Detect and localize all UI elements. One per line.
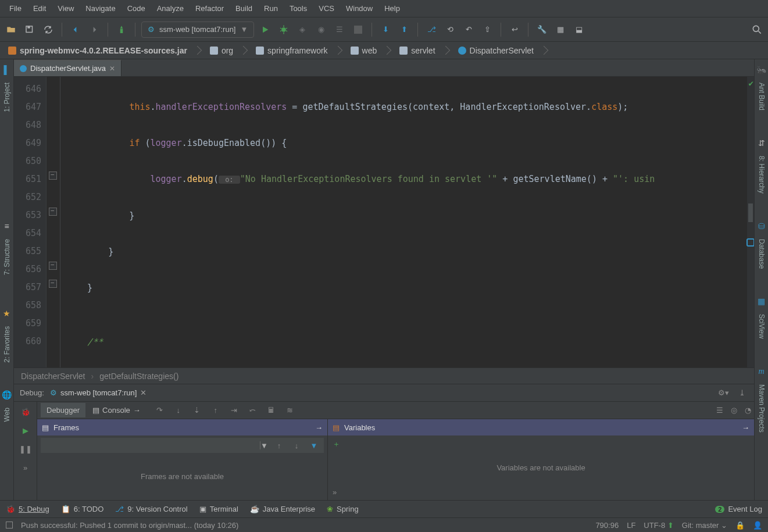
sciview-icon[interactable]: ▦	[757, 297, 766, 306]
resume-icon[interactable]: ▶	[19, 424, 32, 437]
crumb-method-name[interactable]: getDefaultStrategies()	[99, 372, 178, 381]
menu-navigate[interactable]: Navigate	[81, 2, 120, 15]
sdk-icon[interactable]: ⬓	[571, 22, 587, 37]
coverage-icon[interactable]: ◈	[295, 22, 310, 37]
memory-icon[interactable]: ◎	[727, 404, 740, 417]
step-out-icon[interactable]: ↑	[209, 404, 222, 417]
tool-maven[interactable]: Maven Projects	[758, 384, 766, 433]
web-icon[interactable]: 🌐	[2, 390, 12, 399]
step-over-icon[interactable]: ↷	[153, 404, 166, 417]
crumb-class[interactable]: DispatcherServlet	[453, 44, 552, 57]
overhead-icon[interactable]: ◔	[741, 404, 754, 417]
vcs-commit-icon[interactable]: ⬆	[396, 22, 412, 37]
more-icon[interactable]: »	[333, 488, 337, 497]
debug-button[interactable]	[276, 22, 291, 37]
history-icon[interactable]: ⟲	[442, 22, 458, 37]
bottom-vcs[interactable]: ⎇9: Version Control	[115, 505, 187, 513]
menu-window[interactable]: Window	[341, 2, 377, 15]
debugger-tab[interactable]: Debugger	[41, 403, 85, 417]
profile-icon[interactable]: ◉	[313, 22, 328, 37]
fold-marker[interactable]	[49, 172, 57, 180]
fold-marker[interactable]	[49, 208, 57, 216]
settings-icon[interactable]: 🔧	[534, 22, 549, 37]
prev-frame-icon[interactable]: ↑	[273, 439, 285, 452]
run-to-cursor-icon[interactable]: ⇥	[228, 404, 241, 417]
hierarchy-icon[interactable]: ⇵	[757, 138, 766, 148]
build-icon[interactable]	[114, 22, 129, 37]
git-branch[interactable]: Git: master ⌄	[682, 521, 727, 530]
menu-tools[interactable]: Tools	[285, 2, 312, 15]
scroll-marker[interactable]	[748, 203, 753, 222]
crumb-pkg-springframework[interactable]: springframework	[251, 44, 345, 57]
crumb-pkg-web[interactable]: web	[346, 44, 395, 57]
run-config-selector[interactable]: ⚙ ssm-web [tomcat7:run] ▼	[141, 22, 254, 38]
forward-icon[interactable]	[87, 22, 102, 37]
search-everywhere-icon[interactable]	[749, 22, 765, 37]
menu-run[interactable]: Run	[259, 2, 283, 15]
revert-icon[interactable]: ↶	[461, 22, 476, 37]
crumb-class-name[interactable]: DispatcherServlet	[21, 372, 85, 381]
restore-layout-icon[interactable]: →	[315, 423, 323, 432]
more-icon[interactable]: »	[19, 461, 32, 474]
line-separator[interactable]: LF	[627, 521, 635, 530]
menu-edit[interactable]: Edit	[28, 2, 51, 15]
bottom-jee[interactable]: ☕Java Enterprise	[250, 505, 315, 513]
rerun-icon[interactable]: 🐞	[19, 405, 32, 418]
tool-hierarchy[interactable]: 8: Hierarchy	[758, 156, 766, 194]
bottom-terminal[interactable]: ▣Terminal	[199, 505, 238, 513]
code-editor[interactable]: 6466476486496506516526536546556566576586…	[14, 77, 754, 367]
tool-sciview[interactable]: SciView	[758, 314, 766, 338]
menu-code[interactable]: Code	[123, 2, 150, 15]
stop-icon[interactable]	[351, 22, 366, 37]
tool-ant[interactable]: Ant Build	[758, 83, 766, 110]
menu-analyze[interactable]: Analyze	[152, 2, 188, 15]
attach-icon[interactable]: ☰	[332, 22, 347, 37]
bottom-debug[interactable]: 🐞5: Debug	[6, 505, 49, 513]
code-content[interactable]: this.handlerExceptionResolvers = getDefa…	[60, 77, 747, 367]
dropdown-icon[interactable]: ▼	[260, 441, 268, 449]
sync-icon[interactable]	[41, 22, 56, 37]
tool-favorites[interactable]: 2: Favorites	[3, 326, 11, 363]
menu-vcs[interactable]: VCS	[314, 2, 339, 15]
push-icon[interactable]: ⇧	[480, 22, 495, 37]
maven-icon[interactable]: m	[757, 367, 766, 376]
fold-marker[interactable]	[49, 262, 57, 270]
crumb-jar[interactable]: spring-webmvc-4.0.2.RELEASE-sources.jar	[3, 44, 205, 57]
fold-column[interactable]	[47, 77, 60, 367]
open-icon[interactable]	[3, 22, 19, 37]
database-icon[interactable]: ⛁	[757, 222, 766, 231]
pin-icon[interactable]: ⤓	[735, 387, 748, 399]
threads-icon[interactable]: ☰	[713, 404, 726, 417]
editor-tab[interactable]: DispatcherServlet.java ✕	[14, 60, 122, 76]
bottom-eventlog[interactable]: 2Event Log	[715, 505, 762, 513]
bottom-spring[interactable]: ❀Spring	[327, 505, 359, 513]
restore-layout-icon[interactable]: →	[742, 423, 749, 432]
bottom-todo[interactable]: 📋6: TODO	[61, 505, 104, 513]
menu-view[interactable]: View	[53, 2, 78, 15]
debug-settings-icon[interactable]: ⚙▾	[717, 387, 730, 399]
drop-frame-icon[interactable]: ⤺	[247, 404, 259, 417]
file-encoding[interactable]: UTF-8 ⬆	[644, 521, 673, 530]
lock-icon[interactable]: 🔒	[735, 521, 745, 530]
database-tool-icon[interactable]	[746, 238, 754, 247]
console-tab[interactable]: ▤Console→	[87, 403, 147, 417]
force-step-into-icon[interactable]: ⇣	[191, 404, 203, 417]
fold-marker[interactable]	[49, 280, 57, 288]
trace-icon[interactable]: ≋	[284, 404, 297, 417]
structure-icon[interactable]: ▦	[553, 22, 568, 37]
tool-database[interactable]: Database	[758, 239, 766, 269]
tool-web[interactable]: Web	[3, 408, 11, 422]
crumb-pkg-servlet[interactable]: servlet	[395, 44, 453, 57]
evaluate-icon[interactable]: 🖩	[265, 404, 278, 417]
step-into-icon[interactable]: ↓	[172, 404, 185, 417]
vcs-update-icon[interactable]: ⬇	[378, 22, 393, 37]
error-stripe[interactable]: ✔	[747, 77, 754, 367]
menu-help[interactable]: Help	[380, 2, 405, 15]
tool-project[interactable]: 1: Project	[3, 83, 11, 112]
menu-refactor[interactable]: Refactor	[191, 2, 228, 15]
undo-icon[interactable]: ↩	[507, 22, 522, 37]
filter-icon[interactable]: ▼	[308, 439, 320, 452]
add-watch-icon[interactable]: ＋	[333, 439, 340, 449]
tool-windows-toggle-icon[interactable]	[6, 522, 13, 529]
back-icon[interactable]	[68, 22, 83, 37]
